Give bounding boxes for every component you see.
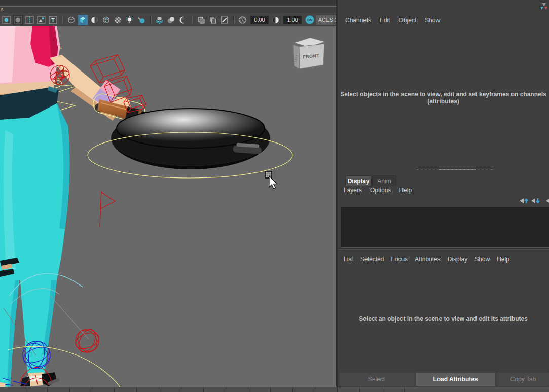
motion-blur-circles-icon[interactable] <box>166 15 176 25</box>
menu-object[interactable]: Object <box>398 17 416 24</box>
textured-cube-icon[interactable] <box>101 15 112 25</box>
view-transform-dropdown[interactable]: ACES 1.0 SDR-vi <box>316 15 336 25</box>
color-management-toggle[interactable]: ON <box>305 15 314 24</box>
menu-edit[interactable]: Edit <box>380 17 390 24</box>
shadows-ball-icon[interactable] <box>136 15 147 25</box>
layer-editor-menubar: Layers Options Help <box>344 187 412 194</box>
svg-text:T: T <box>51 17 55 23</box>
lighting-bulb-icon[interactable] <box>124 15 135 25</box>
menu-selected[interactable]: Selected <box>360 256 384 263</box>
time-slider[interactable] <box>0 387 549 392</box>
menu-attributes[interactable]: Attributes <box>415 256 441 263</box>
channel-box-empty-message: Select objects in the scene to view, edi… <box>338 91 549 105</box>
viewport-menu-partial-text: s <box>1 7 4 12</box>
paste-layer-icon[interactable] <box>207 15 218 25</box>
checker-sphere-icon[interactable] <box>113 15 123 25</box>
section-divider <box>338 248 549 250</box>
menu-focus[interactable]: Focus <box>391 256 408 263</box>
attribute-editor-menubar: List Selected Focus Attributes Display S… <box>344 256 509 263</box>
time-slider-ticks <box>3 387 418 392</box>
contrast-circle-icon[interactable] <box>270 15 281 25</box>
menu-help[interactable]: Help <box>399 187 412 194</box>
attribute-editor-empty-message: Select an object in the scene to view an… <box>338 315 549 323</box>
maya-window: s T 0.00 1.00 ON ACES 1.0 SDR-vi <box>0 0 549 392</box>
right-panel: Channels Edit Object Show Select objects… <box>338 0 549 387</box>
channel-box-menubar: Channels Edit Object Show <box>345 17 440 24</box>
toolbar-separator <box>233 16 235 24</box>
move-layer-partial-icon[interactable] <box>545 197 549 204</box>
wireframe-cube-icon[interactable] <box>66 15 77 25</box>
select-dashed-icon[interactable] <box>24 15 35 25</box>
load-attributes-button[interactable]: Load Attributes <box>416 373 495 386</box>
display-layers-list[interactable] <box>341 207 549 248</box>
tab-display[interactable]: Display <box>345 175 372 186</box>
viewport-toolbar: T 0.00 1.00 ON ACES 1.0 SDR-vi <box>0 13 336 26</box>
occlusion-water-icon[interactable] <box>154 15 165 25</box>
tab-anim[interactable]: Anim <box>372 175 396 186</box>
texture-image-icon[interactable] <box>36 15 47 25</box>
toolbar-separator <box>192 16 193 24</box>
select-button[interactable]: Select <box>339 373 414 386</box>
select-dot-icon[interactable] <box>1 15 12 25</box>
menu-show[interactable]: Show <box>474 256 490 263</box>
isolate-pencil-icon[interactable] <box>219 15 230 25</box>
menu-list[interactable]: List <box>344 256 353 263</box>
move-layer-up-icon[interactable] <box>519 197 529 204</box>
menu-options[interactable]: Options <box>370 187 391 194</box>
move-layer-down-icon[interactable] <box>531 197 541 204</box>
text-tool-icon[interactable]: T <box>48 15 58 25</box>
menu-show[interactable]: Show <box>425 17 440 24</box>
view-cube[interactable]: FRONT LEFT <box>293 38 325 69</box>
mouse-cursor <box>265 171 277 189</box>
toolbar-separator <box>150 16 152 24</box>
viewport-canvas[interactable]: FRONT LEFT <box>0 26 336 387</box>
exposure-aperture-icon[interactable] <box>237 15 248 25</box>
menu-layers[interactable]: Layers <box>344 187 362 194</box>
antialias-crescent-icon[interactable] <box>177 15 188 25</box>
select-circle-icon[interactable] <box>13 15 23 25</box>
copy-layer-icon[interactable] <box>196 15 206 25</box>
shaded-cube-icon[interactable] <box>78 15 88 25</box>
toolbar-separator <box>62 16 63 24</box>
panel-drag-handle[interactable] <box>417 169 493 170</box>
menu-channels[interactable]: Channels <box>345 17 371 24</box>
menu-display[interactable]: Display <box>448 256 467 263</box>
copy-tab-button[interactable]: Copy Tab <box>497 373 549 386</box>
viewport-menu-strip <box>0 0 336 7</box>
flat-shaded-sphere-icon[interactable] <box>89 15 100 25</box>
exposure-field[interactable]: 0.00 <box>250 16 269 24</box>
gamma-field[interactable]: 1.00 <box>283 16 302 24</box>
hierarchy-icon[interactable] <box>540 2 548 10</box>
menu-help[interactable]: Help <box>497 256 509 263</box>
